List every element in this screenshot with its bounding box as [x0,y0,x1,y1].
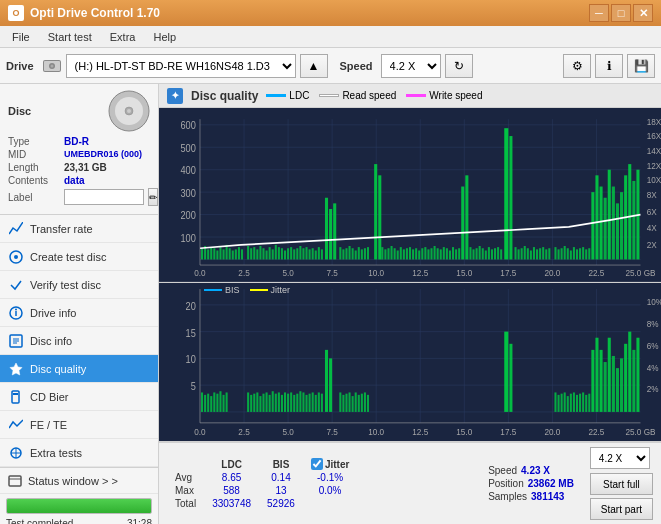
minimize-button[interactable]: ─ [589,4,609,22]
svg-rect-289 [612,356,615,412]
drive-label: Drive [6,60,34,72]
jitter-legend: Jitter [250,285,291,295]
svg-rect-93 [253,247,255,259]
svg-rect-272 [318,392,320,411]
sidebar-item-drive-info[interactable]: Drive info [0,299,158,327]
svg-rect-274 [339,392,341,411]
status-window-button[interactable]: Status window > > [0,468,158,494]
refresh-button[interactable]: ↻ [445,54,473,78]
contents-label: Contents [8,175,60,186]
sidebar-item-extra-tests[interactable]: Extra tests [0,439,158,467]
avg-ldc: 8.65 [204,471,259,484]
save-button[interactable]: 💾 [627,54,655,78]
svg-rect-80 [238,247,240,259]
bottom-chart: BIS Jitter [159,283,661,442]
svg-rect-127 [384,249,386,259]
svg-rect-153 [472,249,474,259]
svg-rect-257 [272,391,274,412]
speed-label: Speed [340,60,373,72]
svg-rect-100 [275,245,277,260]
svg-text:18X: 18X [647,116,661,126]
svg-rect-269 [309,394,311,412]
status-window-icon [8,474,22,488]
svg-rect-92 [250,248,252,259]
svg-rect-149 [452,247,454,259]
app-title: Opti Drive Control 1.70 [30,6,160,20]
maximize-button[interactable]: □ [611,4,631,22]
svg-rect-116 [339,247,341,259]
svg-rect-155 [479,246,481,259]
svg-text:20.0: 20.0 [544,426,560,437]
sidebar-item-cd-bier[interactable]: CD Bier [0,383,158,411]
disc-label-input[interactable] [64,189,144,205]
svg-rect-141 [427,249,429,259]
svg-rect-152 [469,247,471,259]
svg-rect-291 [620,358,623,412]
sidebar-item-create-test-disc[interactable]: Create test disc [0,243,158,271]
label-edit-button[interactable]: ✏ [148,188,158,206]
legend-read: Read speed [319,90,396,101]
total-jitter [303,497,357,510]
menu-start-test[interactable]: Start test [40,29,100,45]
svg-rect-177 [600,187,603,260]
svg-rect-256 [269,395,271,412]
svg-rect-105 [290,247,292,259]
svg-rect-71 [210,247,212,259]
ldc-chart-svg: 600 500 400 300 200 100 18X 16X 14X 12X … [159,108,661,282]
settings-button[interactable]: ⚙ [563,54,591,78]
start-part-button[interactable]: Start part [590,498,653,520]
stats-panel: LDC BIS Jitter Avg [159,442,661,524]
col-bis-header: BIS [259,457,303,471]
type-label: Type [8,136,60,147]
sidebar-item-disc-info[interactable]: Disc info [0,327,158,355]
menu-file[interactable]: File [4,29,38,45]
svg-rect-240 [213,392,215,411]
svg-rect-261 [284,392,286,411]
svg-text:14X: 14X [647,146,661,156]
drive-select[interactable]: (H:) HL-DT-ST BD-RE WH16NS48 1.D3 [66,54,296,78]
menu-help[interactable]: Help [145,29,184,45]
svg-rect-162 [500,249,502,259]
svg-rect-288 [608,338,611,412]
svg-rect-104 [287,248,289,259]
svg-text:4%: 4% [647,362,659,373]
svg-rect-135 [409,247,411,259]
svg-rect-157 [485,250,487,259]
svg-rect-115 [321,249,323,259]
svg-rect-117 [342,249,344,259]
svg-rect-131 [397,250,399,259]
info-button[interactable]: ℹ [595,54,623,78]
menu-extra[interactable]: Extra [102,29,144,45]
svg-rect-268 [306,395,308,412]
jitter-checkbox-label[interactable]: Jitter [311,458,349,470]
svg-rect-114 [318,247,320,259]
eject-button[interactable]: ▲ [300,54,328,78]
svg-rect-187 [554,247,556,259]
svg-rect-72 [213,248,215,259]
svg-point-3 [50,64,53,67]
chart-area: ✦ Disc quality LDC Read speed Write spee… [159,84,661,524]
legend-ldc: LDC [266,90,309,101]
svg-text:5: 5 [191,380,196,392]
svg-rect-163 [514,247,516,259]
close-button[interactable]: ✕ [633,4,653,22]
progress-bar-fill [7,499,151,513]
jitter-checkbox[interactable] [311,458,323,470]
verify-test-disc-icon [8,277,24,293]
svg-rect-106 [293,249,295,259]
svg-rect-197 [585,249,587,259]
svg-rect-83 [329,209,332,259]
svg-rect-124 [364,248,366,259]
svg-text:5.0: 5.0 [282,268,294,278]
sidebar-item-disc-quality[interactable]: Disc quality [0,355,158,383]
start-full-button[interactable]: Start full [590,473,653,495]
sidebar-item-fe-te[interactable]: FE / TE [0,411,158,439]
sidebar-item-transfer-rate[interactable]: Transfer rate [0,215,158,243]
svg-text:0.0: 0.0 [194,426,205,437]
stats-speed-select[interactable]: 4.2 X [590,447,650,469]
svg-rect-98 [269,247,271,259]
status-time: 31:28 [127,518,152,524]
svg-rect-262 [287,394,289,412]
speed-select[interactable]: 4.2 X [381,54,441,78]
sidebar-item-verify-test-disc[interactable]: Verify test disc [0,271,158,299]
